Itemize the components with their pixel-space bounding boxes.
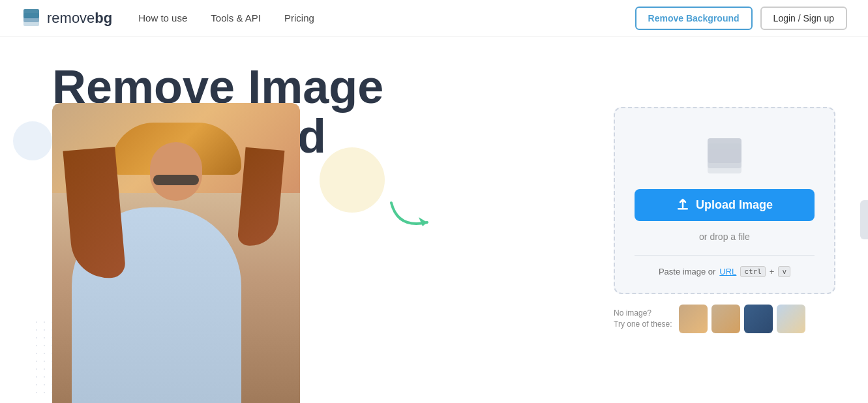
logo[interactable]: removebg (21, 8, 112, 29)
hero-image (52, 103, 300, 403)
sample-images (679, 305, 805, 333)
scroll-indicator[interactable] (860, 200, 868, 239)
svg-rect-4 (678, 208, 688, 210)
paste-label: Paste image or (659, 267, 715, 276)
paste-url-link[interactable]: URL (719, 267, 736, 276)
right-panel: Upload Image or drop a file Paste image … (588, 37, 868, 403)
nav-pricing[interactable]: Pricing (284, 12, 314, 23)
samples-label: No image? Try one of these: (614, 308, 672, 330)
login-signup-button[interactable]: Login / Sign up (760, 7, 847, 30)
upload-image-button[interactable]: Upload Image (635, 189, 815, 221)
samples-section: No image? Try one of these: (614, 305, 835, 333)
drop-label: or drop a file (699, 231, 750, 242)
upload-icon-area (702, 134, 747, 173)
nav-how-to-use[interactable]: How to use (138, 12, 187, 23)
logo-text-bg: bg (95, 10, 112, 26)
logo-text-remove: remove (47, 10, 95, 26)
left-panel: Remove Image Background 100% Automatical… (0, 37, 588, 403)
try-label: Try one of these: (614, 320, 672, 329)
nav-tools-api[interactable]: Tools & API (211, 12, 261, 23)
navbar: removebg How to use Tools & API Pricing … (0, 0, 868, 37)
deco-yellow-circle (320, 147, 385, 213)
hero-image-inner (52, 103, 300, 403)
upload-button-label: Upload Image (696, 198, 773, 212)
navbar-left: removebg How to use Tools & API Pricing (21, 8, 314, 29)
sample-thumb-2[interactable] (711, 305, 740, 333)
logo-text: removebg (47, 10, 112, 27)
kbd-plus: + (770, 267, 775, 276)
sample-thumb-4[interactable] (777, 305, 805, 333)
main-content: Remove Image Background 100% Automatical… (0, 37, 868, 403)
layer-icon (702, 134, 747, 173)
logo-icon (21, 8, 42, 29)
arrow-icon (385, 190, 437, 238)
remove-background-button[interactable]: Remove Background (635, 7, 753, 30)
no-image-label: No image? (614, 308, 651, 318)
sample-thumb-3[interactable] (744, 305, 773, 333)
upload-arrow-icon (676, 198, 689, 211)
deco-blue-circle (13, 121, 52, 160)
kbd-v: v (778, 266, 790, 277)
upload-card: Upload Image or drop a file Paste image … (614, 107, 835, 294)
navbar-right: Remove Background Login / Sign up (635, 7, 847, 30)
nav-links: How to use Tools & API Pricing (138, 12, 314, 23)
kbd-ctrl: ctrl (740, 266, 766, 277)
paste-row: Paste image or URL ctrl + v (635, 255, 815, 277)
svg-rect-2 (23, 9, 39, 18)
svg-marker-3 (419, 217, 427, 226)
sample-thumb-1[interactable] (679, 305, 708, 333)
layer-front (708, 138, 741, 163)
